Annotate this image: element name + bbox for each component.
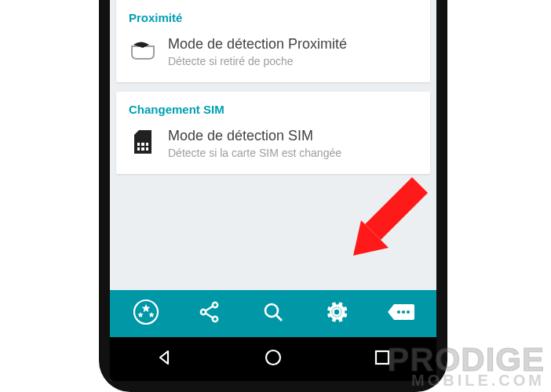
svg-point-6	[201, 310, 206, 314]
svg-point-10	[265, 304, 278, 317]
svg-point-4	[134, 300, 158, 324]
stars-badge-icon	[133, 299, 159, 328]
tag-more-icon	[386, 301, 414, 326]
home-icon	[263, 347, 283, 371]
search-icon	[261, 300, 285, 327]
row-sim[interactable]: Mode de détection SIM Détecte si la cart…	[126, 125, 421, 162]
settings-button[interactable]	[305, 299, 368, 328]
svg-point-15	[266, 350, 280, 365]
share-button[interactable]	[178, 300, 242, 327]
section-proximity: Proximité Mode de détection Proximité Dé…	[116, 0, 430, 82]
favorites-button[interactable]	[115, 299, 178, 328]
app-toolbar	[110, 290, 436, 337]
watermark-line1: PRODIGE	[387, 346, 545, 374]
search-button[interactable]	[242, 300, 305, 327]
section-sim: Changement SIM Mode de détection SIM	[116, 92, 430, 174]
svg-point-14	[406, 310, 409, 314]
svg-line-11	[276, 315, 282, 321]
row-title: Mode de détection Proximité	[168, 35, 418, 53]
svg-point-7	[213, 317, 217, 321]
svg-point-12	[396, 310, 400, 314]
svg-line-9	[206, 314, 213, 318]
svg-rect-16	[376, 351, 389, 364]
settings-list[interactable]: Proximité Mode de détection Proximité Dé…	[110, 0, 436, 290]
phone-screen: Proximité Mode de détection Proximité Dé…	[110, 0, 436, 381]
section-header-proximity: Proximité	[129, 11, 421, 24]
svg-point-5	[213, 303, 217, 307]
phone-frame: Proximité Mode de détection Proximité Dé…	[99, 0, 447, 392]
more-button[interactable]	[368, 301, 432, 326]
watermark-line2: MOBILE.COM	[387, 374, 545, 387]
watermark: PRODIGE MOBILE.COM	[387, 346, 545, 387]
row-subtitle: Détecte si retiré de poche	[168, 54, 418, 68]
row-title: Mode de détection SIM	[168, 127, 418, 144]
nav-home[interactable]	[219, 347, 328, 371]
row-proximity[interactable]: Mode de détection Proximité Détecte si r…	[126, 34, 421, 70]
sim-icon	[129, 127, 157, 155]
svg-point-13	[401, 310, 404, 314]
svg-line-8	[206, 307, 213, 311]
back-icon	[155, 348, 173, 370]
nav-back[interactable]	[110, 348, 219, 370]
pocket-icon	[129, 35, 157, 60]
share-icon	[198, 300, 221, 327]
gear-icon	[324, 299, 349, 328]
row-subtitle: Détecte si la carte SIM est changée	[168, 146, 418, 160]
section-header-sim: Changement SIM	[129, 103, 421, 116]
